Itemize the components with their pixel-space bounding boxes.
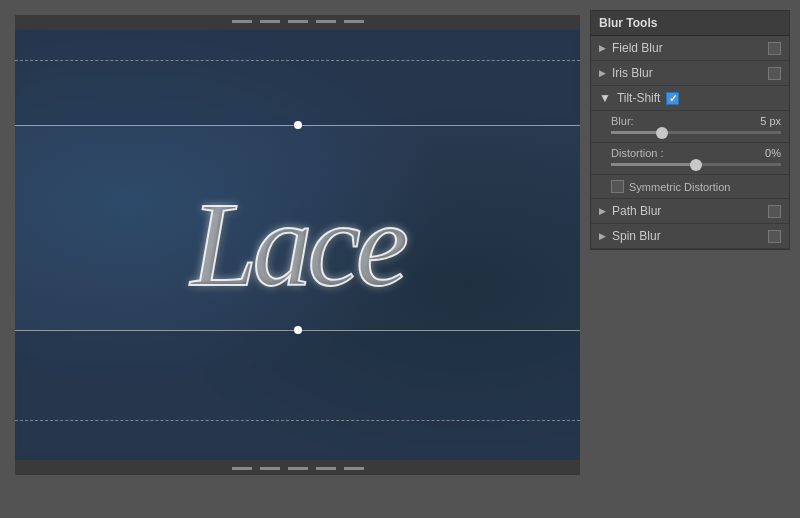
handle-dot-top[interactable] — [294, 121, 302, 129]
blur-label: Blur: — [611, 115, 634, 127]
blur-slider-track[interactable] — [611, 131, 781, 134]
iris-blur-arrow: ▶ — [599, 68, 606, 78]
guide-line-blur-bottom — [15, 420, 580, 421]
spin-blur-arrow: ▶ — [599, 231, 606, 241]
path-blur-arrow: ▶ — [599, 206, 606, 216]
blur-slider-thumb[interactable] — [656, 127, 668, 139]
tilt-shift-checkbox[interactable] — [666, 92, 679, 105]
blur-tools-panel: Blur Tools ▶ Field Blur ▶ Iris Blur ▼ Ti… — [590, 10, 790, 250]
field-blur-item[interactable]: ▶ Field Blur — [591, 36, 789, 61]
path-blur-checkbox[interactable] — [768, 205, 781, 218]
dash-mark — [288, 467, 308, 470]
dash-mark — [260, 20, 280, 23]
iris-blur-checkbox[interactable] — [768, 67, 781, 80]
dash-mark — [232, 467, 252, 470]
blur-value: 5 px — [760, 115, 781, 127]
sym-distortion-row[interactable]: Symmetric Distortion — [591, 175, 789, 199]
distortion-value: 0% — [765, 147, 781, 159]
dash-mark — [260, 467, 280, 470]
dash-mark — [344, 20, 364, 23]
distortion-slider-track[interactable] — [611, 163, 781, 166]
dash-mark — [288, 20, 308, 23]
sym-distortion-checkbox[interactable] — [611, 180, 624, 193]
field-blur-label: Field Blur — [612, 41, 762, 55]
distortion-row: Distortion : 0% — [591, 143, 789, 175]
path-blur-label: Path Blur — [612, 204, 762, 218]
dash-mark — [232, 20, 252, 23]
distortion-slider-thumb[interactable] — [690, 159, 702, 171]
sym-distortion-label: Symmetric Distortion — [629, 181, 730, 193]
spin-blur-checkbox[interactable] — [768, 230, 781, 243]
dash-mark — [344, 467, 364, 470]
spin-blur-item[interactable]: ▶ Spin Blur — [591, 224, 789, 249]
distortion-slider-fill — [611, 163, 696, 166]
distortion-label: Distortion : — [611, 147, 664, 159]
dash-marks-top — [15, 20, 580, 23]
tilt-shift-header[interactable]: ▼ Tilt-Shift — [591, 86, 789, 111]
dash-marks-bottom — [15, 467, 580, 470]
tilt-shift-label: Tilt-Shift — [617, 91, 661, 105]
iris-blur-label: Iris Blur — [612, 66, 762, 80]
field-blur-checkbox[interactable] — [768, 42, 781, 55]
field-blur-arrow: ▶ — [599, 43, 606, 53]
guide-line-blur-top — [15, 60, 580, 61]
lace-text-outline: Lace — [191, 176, 404, 314]
panel-header: Blur Tools — [591, 11, 789, 36]
blur-bottom-overlay — [15, 330, 580, 460]
handle-dot-bottom[interactable] — [294, 326, 302, 334]
path-blur-item[interactable]: ▶ Path Blur — [591, 199, 789, 224]
canvas-area: Lace Lace — [15, 15, 580, 475]
blur-slider-fill — [611, 131, 662, 134]
iris-blur-item[interactable]: ▶ Iris Blur — [591, 61, 789, 86]
dash-mark — [316, 467, 336, 470]
blur-top-overlay — [15, 30, 580, 125]
spin-blur-label: Spin Blur — [612, 229, 762, 243]
blur-row: Blur: 5 px — [591, 111, 789, 143]
canvas-image: Lace Lace — [15, 30, 580, 460]
tilt-shift-arrow: ▼ — [599, 91, 611, 105]
dash-mark — [316, 20, 336, 23]
